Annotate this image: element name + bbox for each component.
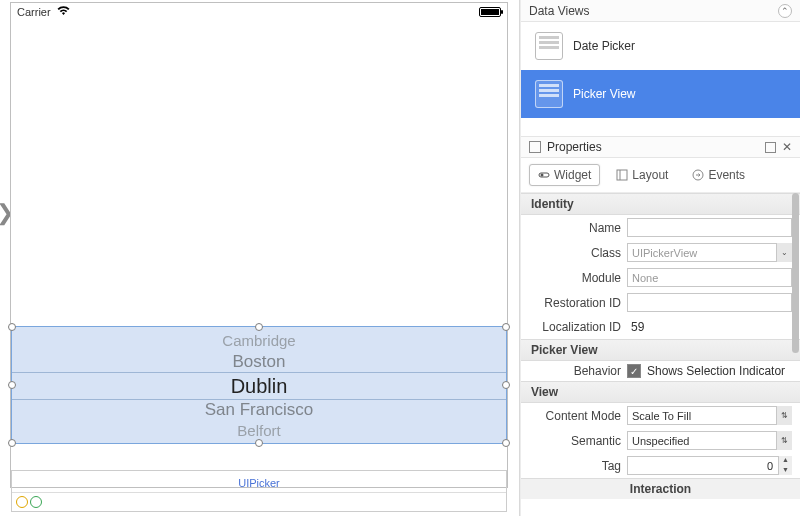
picker-row: San Francisco — [12, 399, 506, 421]
resize-handle[interactable] — [255, 323, 263, 331]
data-views-title: Data Views — [529, 4, 589, 18]
content-mode-select[interactable] — [627, 406, 792, 425]
picker-row-selected: Dublin — [12, 373, 506, 399]
data-views-list: Date Picker Picker View — [521, 22, 800, 118]
svg-rect-2 — [617, 170, 627, 180]
properties-title: Properties — [547, 140, 602, 154]
first-responder-icon[interactable] — [16, 496, 28, 508]
chevron-updown-icon[interactable]: ⇅ — [776, 406, 792, 425]
data-view-item-date-picker[interactable]: Date Picker — [521, 22, 800, 70]
restoration-id-field[interactable] — [627, 293, 792, 312]
close-panel-icon[interactable]: ✕ — [782, 140, 792, 154]
scene-label: UIPicker — [12, 477, 506, 489]
resize-handle[interactable] — [8, 323, 16, 331]
collapse-icon[interactable]: ⌃ — [778, 4, 792, 18]
shows-selection-indicator-label: Shows Selection Indicator — [647, 364, 785, 378]
data-view-item-picker-view[interactable]: Picker View — [521, 70, 800, 118]
localization-id-value: 59 — [627, 318, 792, 336]
battery-icon — [479, 7, 501, 17]
svg-point-1 — [541, 174, 544, 177]
layout-tab-icon — [616, 169, 628, 181]
resize-handle[interactable] — [8, 439, 16, 447]
picker-row: Belfort — [12, 421, 506, 441]
tab-events[interactable]: Events — [684, 165, 753, 185]
content-mode-label: Content Mode — [529, 409, 621, 423]
carrier-label: Carrier — [17, 6, 51, 18]
module-label: Module — [529, 271, 621, 285]
resize-handle[interactable] — [255, 439, 263, 447]
resize-handle[interactable] — [502, 439, 510, 447]
data-views-header[interactable]: Data Views ⌃ — [521, 0, 800, 22]
data-view-label: Picker View — [573, 87, 635, 101]
widget-tab-icon — [538, 169, 550, 181]
resize-handle[interactable] — [8, 381, 16, 389]
chevron-down-icon[interactable]: ⌄ — [776, 243, 792, 262]
status-bar: Carrier — [11, 3, 507, 21]
properties-header: Properties ✕ — [521, 136, 800, 158]
restoration-id-label: Restoration ID — [529, 296, 621, 310]
group-picker-view: Picker View — [521, 339, 800, 361]
tag-field[interactable] — [627, 456, 792, 475]
tag-label: Tag — [529, 459, 621, 473]
semantic-select[interactable] — [627, 431, 792, 450]
scene-dock: UIPicker — [11, 470, 507, 512]
data-view-label: Date Picker — [573, 39, 635, 53]
name-label: Name — [529, 221, 621, 235]
tag-stepper[interactable]: ▲▼ — [778, 456, 792, 475]
semantic-label: Semantic — [529, 434, 621, 448]
chevron-updown-icon[interactable]: ⇅ — [776, 431, 792, 450]
class-field[interactable] — [627, 243, 792, 262]
class-label: Class — [529, 246, 621, 260]
behavior-label: Behavior — [529, 364, 621, 378]
picker-row: Cambridge — [12, 331, 506, 351]
group-view: View — [521, 381, 800, 403]
picker-rows: Cambridge Boston Dublin San Francisco Be… — [12, 327, 506, 441]
picker-view-icon — [535, 80, 563, 108]
properties-panel: Properties ✕ Widget Layout Events Identi… — [521, 136, 800, 516]
localization-id-label: Localization ID — [529, 320, 621, 334]
date-picker-icon — [535, 32, 563, 60]
uipickerview-widget[interactable]: Cambridge Boston Dublin San Francisco Be… — [11, 326, 507, 444]
interaction-header: Interaction — [630, 482, 691, 496]
design-canvas: ❯ Carrier Cambridge Boston Dublin San Fr… — [0, 0, 520, 516]
scrollbar-thumb[interactable] — [792, 193, 799, 353]
resize-handle[interactable] — [502, 323, 510, 331]
events-tab-icon — [692, 169, 704, 181]
picker-row: Boston — [12, 351, 506, 373]
shows-selection-indicator-checkbox[interactable]: ✓ — [627, 364, 641, 378]
properties-icon — [529, 141, 541, 153]
name-field[interactable] — [627, 218, 792, 237]
properties-tabs: Widget Layout Events — [521, 158, 800, 193]
inspector-panel: Data Views ⌃ Date Picker Picker View Pro… — [520, 0, 800, 516]
group-identity: Identity — [521, 193, 800, 215]
resize-handle[interactable] — [502, 381, 510, 389]
wifi-icon — [57, 6, 70, 18]
tab-widget[interactable]: Widget — [529, 164, 600, 186]
exit-icon[interactable] — [30, 496, 42, 508]
detach-panel-icon[interactable] — [765, 142, 776, 153]
tab-layout[interactable]: Layout — [608, 165, 676, 185]
module-field[interactable] — [627, 268, 792, 287]
